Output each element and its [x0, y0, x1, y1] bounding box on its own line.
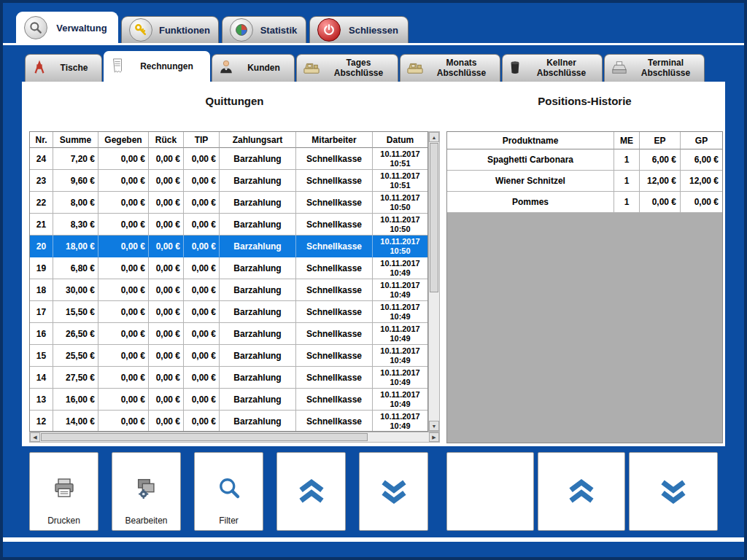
cell: Schnellkasse	[296, 345, 373, 367]
receipt-row[interactable]: 228,00 €0,00 €0,00 €0,00 €BarzahlungSchn…	[30, 192, 427, 214]
filter-button[interactable]: Filter	[194, 452, 263, 531]
cell: 14,00 €	[53, 411, 98, 432]
subtab-label: Tische	[53, 63, 96, 74]
receipt-row[interactable]: 2018,00 €0,00 €0,00 €0,00 €BarzahlungSch…	[30, 236, 427, 257]
positions-action-button[interactable]	[446, 452, 534, 531]
scroll-down-button[interactable]: ▼	[429, 421, 439, 431]
button-label: Bearbeiten	[112, 516, 180, 526]
cell: 10.11.201710:49	[373, 367, 427, 389]
magnifier-icon	[216, 475, 242, 501]
receipt-row[interactable]: 1214,00 €0,00 €0,00 €0,00 €BarzahlungSch…	[30, 411, 427, 432]
tab-verwaltung[interactable]: Verwaltung	[16, 12, 118, 43]
cell: 6,00 €	[681, 149, 722, 171]
cell: 0,00 €	[149, 323, 184, 345]
edit-gear-icon	[134, 475, 159, 500]
receipt-row[interactable]: 1427,50 €0,00 €0,00 €0,00 €BarzahlungSch…	[30, 367, 427, 389]
tab-label: Funktionen	[158, 25, 211, 36]
positions-scroll-down-button[interactable]	[629, 452, 718, 531]
scroll-table-up-button[interactable]	[276, 452, 346, 531]
subtab-rechnungen[interactable]: Rechnungen	[104, 51, 210, 82]
horizontal-scrollbar[interactable]: ◀ ▶	[29, 432, 440, 443]
tab-statistik[interactable]: Statistik	[222, 16, 306, 43]
cash-register-icon	[303, 59, 320, 78]
horizontal-scroll-thumb[interactable]	[41, 433, 368, 441]
position-row[interactable]: Spaghetti Carbonara16,00 €6,00 €	[447, 149, 722, 171]
cell: 10.11.201710:50	[373, 192, 427, 214]
receipt-row[interactable]: 1525,50 €0,00 €0,00 €0,00 €BarzahlungSch…	[30, 345, 427, 367]
cell: 0,00 €	[184, 214, 220, 236]
scroll-up-button[interactable]: ▲	[429, 132, 439, 142]
receipt-row[interactable]: 247,20 €0,00 €0,00 €0,00 €BarzahlungSchn…	[30, 148, 427, 170]
cell: 0,00 €	[149, 170, 184, 192]
cell: Barzahlung	[220, 301, 296, 323]
cell: 0,00 €	[98, 345, 149, 367]
receipt-row[interactable]: 1830,00 €0,00 €0,00 €0,00 €BarzahlungSch…	[30, 279, 427, 301]
terminal-printer-icon	[611, 59, 628, 78]
subtab-terminal-abschluesse[interactable]: Terminal Abschlüsse	[604, 54, 705, 82]
tab-funktionen[interactable]: Funktionen	[121, 16, 219, 43]
position-row[interactable]: Pommes10,00 €0,00 €	[447, 192, 722, 213]
chevrons-up-icon	[295, 478, 328, 505]
cell: 14	[30, 367, 53, 389]
subtab-kellner-abschluesse[interactable]: Kellner Abschlüsse	[502, 54, 603, 82]
cell: 0,00 €	[149, 411, 184, 432]
drucken-button[interactable]: Drucken	[29, 452, 98, 531]
cell: 0,00 €	[98, 301, 149, 323]
cell: 0,00 €	[149, 148, 184, 170]
subtab-tages-abschluesse[interactable]: Tages Abschlüsse	[296, 54, 398, 82]
receipt-row[interactable]: 1316,00 €0,00 €0,00 €0,00 €BarzahlungSch…	[30, 389, 427, 411]
cell: 19	[30, 257, 53, 279]
cell: 0,00 €	[184, 323, 220, 345]
vertical-scroll-thumb[interactable]	[430, 143, 438, 292]
receipt-row[interactable]: 218,30 €0,00 €0,00 €0,00 €BarzahlungSchn…	[30, 214, 427, 236]
cell: 8,30 €	[53, 214, 98, 236]
cell: Spaghetti Carbonara	[447, 149, 614, 171]
cell: 12,00 €	[640, 171, 681, 192]
cell: 0,00 €	[149, 192, 184, 214]
cell: 0,00 €	[149, 279, 184, 301]
cell: 15	[30, 345, 53, 367]
column-header: Mitarbeiter	[296, 132, 373, 148]
subtab-tische[interactable]: Tische	[25, 54, 102, 82]
cell: 10.11.201710:49	[373, 345, 427, 367]
key-icon	[129, 18, 152, 42]
pie-chart-icon	[230, 18, 253, 42]
subtab-monats-abschluesse[interactable]: Monats Abschlüsse	[400, 54, 500, 82]
column-header: TIP	[184, 132, 220, 148]
cell: 22	[30, 192, 53, 214]
scroll-table-down-button[interactable]	[359, 452, 428, 531]
tab-schliessen[interactable]: Schliessen	[309, 16, 409, 43]
scroll-left-button[interactable]: ◀	[30, 432, 40, 442]
cell: Pommes	[447, 192, 614, 213]
positions-scroll-up-button[interactable]	[538, 452, 625, 531]
cell: 10.11.201710:49	[373, 301, 427, 323]
cell: 0,00 €	[149, 236, 184, 257]
cell: Barzahlung	[220, 389, 296, 411]
customer-icon	[218, 59, 234, 78]
scroll-right-button[interactable]: ▶	[429, 432, 439, 442]
chevrons-down-icon	[657, 478, 689, 505]
positions-table: ProduktnameMEEPGP Spaghetti Carbonara16,…	[446, 131, 723, 443]
receipt-row[interactable]: 196,80 €0,00 €0,00 €0,00 €BarzahlungSchn…	[30, 257, 427, 279]
cell: 0,00 €	[149, 389, 184, 411]
cell: Barzahlung	[220, 367, 296, 389]
cell: Schnellkasse	[296, 367, 373, 389]
cell: Schnellkasse	[296, 170, 373, 192]
column-header: Zahlungsart	[220, 132, 296, 148]
receipt-row[interactable]: 1715,50 €0,00 €0,00 €0,00 €BarzahlungSch…	[30, 301, 427, 323]
cell: 1	[614, 192, 640, 213]
bin-icon	[508, 59, 522, 78]
cell: Schnellkasse	[296, 192, 373, 214]
receipt-row[interactable]: 1626,50 €0,00 €0,00 €0,00 €BarzahlungSch…	[30, 323, 427, 345]
receipt-row[interactable]: 239,60 €0,00 €0,00 €0,00 €BarzahlungSchn…	[30, 170, 427, 192]
cell: 0,00 €	[184, 345, 220, 367]
cell: 0,00 €	[184, 389, 220, 411]
cell: 0,00 €	[98, 192, 149, 214]
subtab-kunden[interactable]: Kunden	[212, 54, 295, 82]
cell: 0,00 €	[149, 257, 184, 279]
column-header: Rück	[149, 132, 184, 148]
position-row[interactable]: Wiener Schnitzel112,00 €12,00 €	[447, 171, 722, 192]
bearbeiten-button[interactable]: Bearbeiten	[112, 452, 181, 531]
cell: Barzahlung	[220, 257, 296, 279]
vertical-scrollbar[interactable]: ▲ ▼	[428, 131, 440, 432]
